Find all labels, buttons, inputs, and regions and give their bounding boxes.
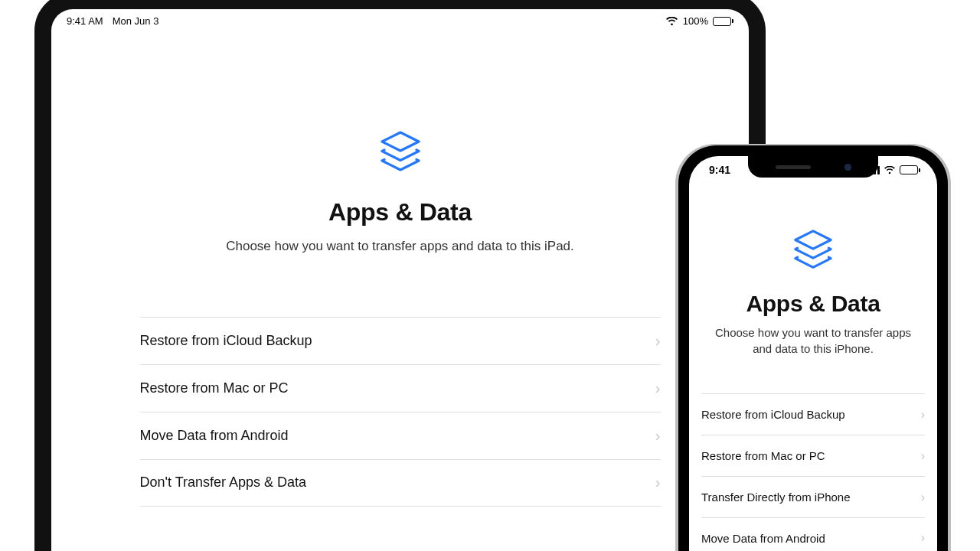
ipad-options-list: Restore from iCloud Backup › Restore fro… (140, 317, 661, 507)
page-subtitle: Choose how you want to transfer apps and… (226, 237, 574, 256)
option-label: Move Data from Android (701, 532, 825, 545)
option-move-android[interactable]: Move Data from Android › (140, 412, 661, 459)
option-transfer-iphone[interactable]: Transfer Directly from iPhone › (701, 476, 925, 517)
chevron-right-icon: › (655, 427, 661, 445)
wifi-icon (665, 17, 678, 26)
chevron-right-icon: › (921, 491, 925, 504)
iphone-setup-content: Apps & Data Choose how you want to trans… (689, 176, 937, 551)
page-title: Apps & Data (328, 198, 472, 227)
page-title: Apps & Data (746, 291, 880, 317)
chevron-right-icon: › (655, 332, 661, 350)
option-restore-mac-pc[interactable]: Restore from Mac or PC › (140, 364, 661, 412)
option-restore-icloud[interactable]: Restore from iCloud Backup › (701, 393, 925, 435)
option-label: Restore from Mac or PC (140, 380, 289, 396)
ipad-setup-content: Apps & Data Choose how you want to trans… (51, 30, 749, 507)
battery-icon (900, 165, 920, 174)
option-label: Move Data from Android (140, 428, 289, 444)
iphone-notch (748, 156, 878, 178)
option-label: Restore from iCloud Backup (701, 408, 845, 421)
status-battery-pct: 100% (683, 15, 708, 27)
status-time: 9:41 AM (67, 15, 103, 27)
apps-data-stack-icon (377, 129, 423, 177)
option-label: Restore from Mac or PC (701, 449, 825, 462)
option-restore-mac-pc[interactable]: Restore from Mac or PC › (701, 435, 925, 476)
chevron-right-icon: › (921, 449, 925, 463)
option-label: Transfer Directly from iPhone (701, 491, 851, 504)
page-subtitle: Choose how you want to transfer apps and… (689, 324, 937, 357)
ipad-device-frame: 9:41 AM Mon Jun 3 100% (34, 0, 766, 551)
ipad-status-bar: 9:41 AM Mon Jun 3 100% (51, 9, 749, 30)
battery-icon (713, 17, 733, 26)
wifi-icon (884, 166, 896, 174)
chevron-right-icon: › (921, 531, 925, 545)
option-restore-icloud[interactable]: Restore from iCloud Backup › (140, 317, 661, 364)
iphone-options-list: Restore from iCloud Backup › Restore fro… (701, 393, 925, 551)
option-dont-transfer[interactable]: Don't Transfer Apps & Data › (140, 459, 661, 507)
option-label: Restore from iCloud Backup (140, 333, 312, 349)
status-time: 9:41 (709, 164, 730, 176)
iphone-device-frame: 9:41 A (678, 145, 948, 551)
chevron-right-icon: › (655, 474, 661, 491)
apps-data-stack-icon (791, 228, 835, 274)
ipad-screen: 9:41 AM Mon Jun 3 100% (51, 9, 749, 551)
iphone-screen: 9:41 A (689, 156, 937, 551)
option-label: Don't Transfer Apps & Data (140, 474, 307, 491)
front-camera-icon (844, 164, 851, 171)
chevron-right-icon: › (655, 380, 661, 397)
option-move-android[interactable]: Move Data from Android › (701, 517, 925, 551)
speaker-icon (776, 165, 811, 169)
status-date: Mon Jun 3 (113, 15, 159, 27)
chevron-right-icon: › (921, 408, 925, 422)
